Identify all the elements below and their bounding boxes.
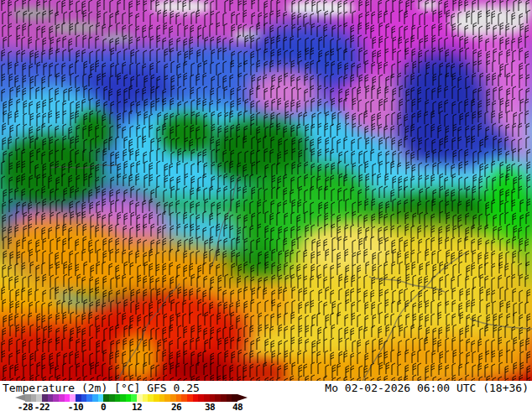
legend-bar: Temperature (2m) [°C] GFS 0.25 Mo 02-02-… (0, 381, 532, 411)
scale-tick-labels: -28-22-10012263848 (15, 402, 267, 411)
scale-segment (86, 394, 92, 402)
legend-title: Temperature (2m) [°C] GFS 0.25 (3, 382, 200, 394)
scale-segment (210, 394, 216, 402)
scale-tick-label: 38 (205, 402, 215, 411)
scale-tick-label: 26 (171, 402, 181, 411)
wind-barbs-layer (0, 0, 532, 381)
scale-segment (98, 394, 104, 402)
scale-segment (176, 394, 182, 402)
scale-segments (25, 394, 237, 402)
scale-segment (164, 394, 170, 402)
scale-arrow-right-icon (237, 394, 248, 401)
scale-segment (215, 394, 221, 402)
scale-segment (193, 394, 199, 402)
scale-segment (131, 394, 137, 402)
color-scale (15, 394, 248, 402)
scale-segment (70, 394, 76, 402)
scale-segment (48, 394, 54, 402)
scale-segment (25, 394, 31, 402)
scale-segment (143, 394, 149, 402)
weather-map-screen: Temperature (2m) [°C] GFS 0.25 Mo 02-02-… (0, 0, 532, 411)
scale-tick-label: 0 (101, 402, 106, 411)
scale-segment (103, 394, 109, 402)
scale-segment (187, 394, 193, 402)
scale-segment (53, 394, 59, 402)
scale-segment (120, 394, 126, 402)
scale-tick-label: -22 (34, 402, 50, 411)
scale-segment (181, 394, 187, 402)
scale-segment (36, 394, 42, 402)
scale-segment (59, 394, 65, 402)
scale-tick-label: -28 (18, 402, 33, 411)
scale-segment (76, 394, 81, 402)
scale-segment (31, 394, 37, 402)
scale-segment (154, 394, 159, 402)
scale-segment (137, 394, 143, 402)
scale-segment (115, 394, 121, 402)
scale-segment (227, 394, 232, 402)
scale-segment (148, 394, 154, 402)
scale-segment (232, 394, 237, 402)
scale-arrow-left-icon (15, 394, 25, 401)
legend-datetime: Mo 02-02-2026 06:00 UTC (18+36) (325, 382, 529, 394)
scale-segment (42, 394, 48, 402)
scale-segment (170, 394, 176, 402)
scale-segment (204, 394, 210, 402)
wind-barbs (2, 0, 530, 381)
scale-segment (109, 394, 115, 402)
scale-segment (159, 394, 165, 402)
scale-segment (81, 394, 87, 402)
scale-tick-label: 12 (132, 402, 142, 411)
temperature-map (0, 0, 532, 381)
scale-tick-label: 48 (232, 402, 243, 411)
scale-segment (92, 394, 98, 402)
scale-tick-label: -10 (68, 402, 83, 411)
scale-segment (221, 394, 227, 402)
scale-segment (198, 394, 204, 402)
scale-segment (65, 394, 70, 402)
scale-segment (126, 394, 132, 402)
